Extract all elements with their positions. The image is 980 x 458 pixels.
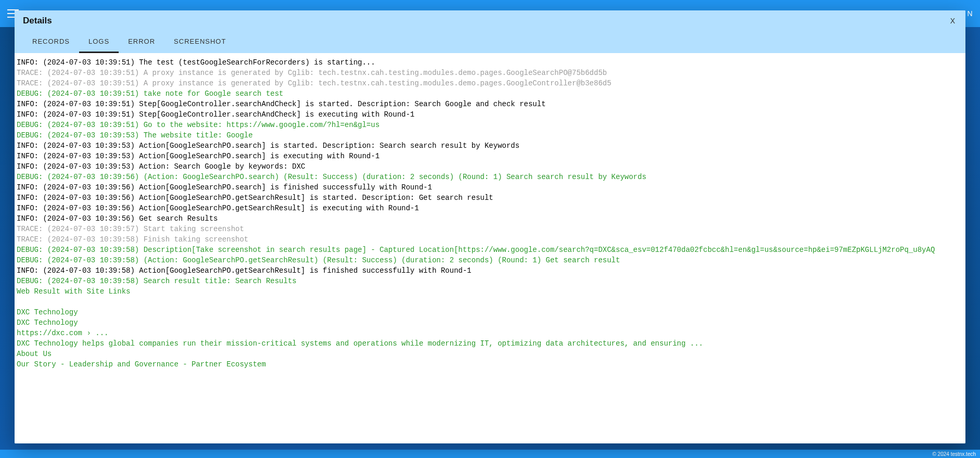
log-line: INFO: (2024-07-03 10:39:51) Step[GoogleC… (17, 109, 963, 120)
logs-panel[interactable]: INFO: (2024-07-03 10:39:51) The test (te… (15, 53, 965, 443)
log-line: DXC Technology (17, 307, 963, 317)
log-line: INFO: (2024-07-03 10:39:53) Action[Googl… (17, 141, 963, 151)
log-line: INFO: (2024-07-03 10:39:56) Action[Googl… (17, 203, 963, 213)
tab-error[interactable]: ERROR (119, 30, 164, 53)
log-line: DEBUG: (2024-07-03 10:39:58) (Action: Go… (17, 255, 963, 265)
log-line: INFO: (2024-07-03 10:39:53) Action[Googl… (17, 151, 963, 161)
log-line: DEBUG: (2024-07-03 10:39:53) The website… (17, 130, 963, 141)
log-line: DEBUG: (2024-07-03 10:39:58) Search resu… (17, 276, 963, 286)
log-line: INFO: (2024-07-03 10:39:53) Action: Sear… (17, 161, 963, 172)
log-line: INFO: (2024-07-03 10:39:56) Get search R… (17, 213, 963, 224)
log-line: Web Result with Site Links (17, 286, 963, 297)
topbar-right-letter: N (967, 9, 973, 18)
log-line: DXC Technology helps global companies ru… (17, 338, 963, 349)
log-line: https://dxc.com › ... (17, 328, 963, 338)
log-line: TRACE: (2024-07-03 10:39:51) A proxy ins… (17, 78, 963, 88)
modal-header: Details X RECORDSLOGSERRORSCREENSHOT (15, 10, 965, 53)
log-line: INFO: (2024-07-03 10:39:51) The test (te… (17, 57, 963, 68)
log-line: TRACE: (2024-07-03 10:39:51) A proxy ins… (17, 68, 963, 78)
modal-tabs: RECORDSLOGSERRORSCREENSHOT (23, 30, 957, 53)
tab-records[interactable]: RECORDS (23, 30, 79, 53)
log-line: DEBUG: (2024-07-03 10:39:58) Description… (17, 245, 963, 255)
log-line: DEBUG: (2024-07-03 10:39:51) take note f… (17, 88, 963, 99)
log-line: DEBUG: (2024-07-03 10:39:56) (Action: Go… (17, 172, 963, 182)
details-modal: Details X RECORDSLOGSERRORSCREENSHOT INF… (15, 10, 965, 443)
close-button[interactable]: X (950, 17, 955, 25)
log-line (17, 297, 963, 307)
log-line: About Us (17, 349, 963, 359)
app-footer: © 2024 testnx.tech (0, 450, 980, 458)
log-line: TRACE: (2024-07-03 10:39:58) Finish taki… (17, 234, 963, 245)
tab-logs[interactable]: LOGS (79, 30, 119, 53)
log-line: TRACE: (2024-07-03 10:39:57) Start takin… (17, 224, 963, 234)
log-line: INFO: (2024-07-03 10:39:56) Action[Googl… (17, 193, 963, 203)
log-line: INFO: (2024-07-03 10:39:51) Step[GoogleC… (17, 99, 963, 109)
log-line: INFO: (2024-07-03 10:39:58) Action[Googl… (17, 265, 963, 276)
log-line: Our Story - Leadership and Governance - … (17, 359, 963, 370)
footer-copyright: © 2024 testnx.tech (932, 451, 976, 457)
log-line: DXC Technology (17, 317, 963, 328)
modal-title: Details (23, 16, 957, 30)
log-line: INFO: (2024-07-03 10:39:56) Action[Googl… (17, 182, 963, 193)
log-line: DEBUG: (2024-07-03 10:39:51) Go to the w… (17, 120, 963, 130)
tab-screenshot[interactable]: SCREENSHOT (164, 30, 235, 53)
